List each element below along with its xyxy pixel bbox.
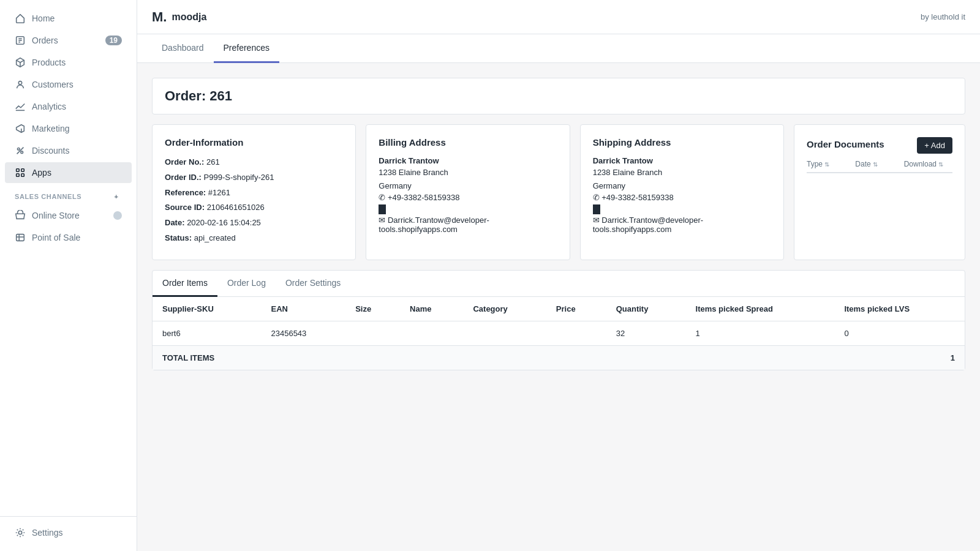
type-sort-icon: ⇅ bbox=[824, 161, 829, 168]
store-icon bbox=[15, 210, 26, 221]
col-ean: EAN bbox=[261, 297, 345, 321]
app-name: moodja bbox=[172, 12, 206, 23]
billing-country: Germany bbox=[379, 180, 557, 192]
info-cards-row: Order-Information Order No.: 261 Order I… bbox=[152, 124, 965, 260]
page-title: Order: 261 bbox=[165, 88, 952, 104]
svg-point-10 bbox=[18, 148, 20, 151]
shipping-email: ✉ Darrick.Trantow@developer-tools.shopif… bbox=[593, 216, 771, 234]
order-tabs-section: Order Items Order Log Order Settings Sup… bbox=[152, 270, 965, 370]
doc-col-download: Download ⇅ bbox=[904, 160, 950, 168]
sidebar-item-online-store[interactable]: Online Store bbox=[5, 205, 132, 226]
svg-rect-13 bbox=[17, 169, 20, 172]
home-icon bbox=[15, 13, 26, 24]
sidebar-item-settings[interactable]: Settings bbox=[5, 522, 132, 543]
logo-letter: M. bbox=[152, 9, 167, 25]
sidebar-item-apps[interactable]: Apps bbox=[5, 162, 132, 183]
orders-badge: 19 bbox=[105, 36, 122, 45]
subnav-dashboard[interactable]: Dashboard bbox=[152, 34, 214, 63]
col-price: Price bbox=[546, 297, 606, 321]
sidebar-item-point-of-sale[interactable]: Point of Sale bbox=[5, 227, 132, 248]
order-tabs: Order Items Order Log Order Settings bbox=[153, 271, 965, 297]
doc-col-type: Type ⇅ bbox=[807, 160, 853, 168]
shipping-address-card: Shipping Address Darrick Trantow 1238 El… bbox=[580, 124, 784, 260]
shipping-icon-block bbox=[593, 204, 771, 214]
billing-name: Darrick Trantow bbox=[379, 156, 557, 165]
billing-title: Billing Address bbox=[379, 137, 557, 148]
col-size: Size bbox=[345, 297, 400, 321]
sidebar-item-discounts[interactable]: Discounts bbox=[5, 140, 132, 161]
col-items-lvs: Items picked LVS bbox=[834, 297, 965, 321]
documents-title: Order Documents bbox=[807, 139, 884, 149]
settings-icon bbox=[15, 527, 26, 538]
svg-point-7 bbox=[18, 81, 21, 84]
orders-icon bbox=[15, 35, 26, 46]
subnav-preferences[interactable]: Preferences bbox=[214, 34, 279, 63]
online-store-badge bbox=[113, 211, 122, 220]
tab-order-log[interactable]: Order Log bbox=[217, 271, 276, 297]
page-header: Order: 261 bbox=[152, 78, 965, 114]
col-name: Name bbox=[400, 297, 463, 321]
marketing-icon bbox=[15, 123, 26, 134]
sidebar: Home Orders 19 Products Customers Analyt… bbox=[0, 0, 137, 551]
date-row: Date: 2020-02-16 15:04:25 bbox=[165, 217, 343, 230]
shipping-country: Germany bbox=[593, 180, 771, 192]
app-logo: M. moodja bbox=[152, 9, 206, 25]
svg-point-11 bbox=[21, 151, 23, 154]
billing-icon-block bbox=[379, 204, 557, 214]
content-area: Order: 261 Order-Information Order No.: … bbox=[137, 63, 980, 551]
date-sort-icon: ⇅ bbox=[873, 161, 878, 168]
billing-icon-square bbox=[379, 204, 386, 214]
sidebar-item-marketing[interactable]: Marketing bbox=[5, 118, 132, 139]
svg-line-6 bbox=[20, 60, 24, 62]
billing-phone: ✆ +49-3382-58159338 bbox=[379, 193, 557, 202]
main-content: M. moodja by leuthold it Dashboard Prefe… bbox=[137, 0, 980, 551]
billing-email: ✉ Darrick.Trantow@developer-tools.shopif… bbox=[379, 216, 557, 234]
col-quantity: Quantity bbox=[606, 297, 686, 321]
sidebar-item-analytics[interactable]: Analytics bbox=[5, 96, 132, 117]
billing-address-card: Billing Address Darrick Trantow 1238 Ela… bbox=[366, 124, 570, 260]
svg-line-5 bbox=[17, 60, 20, 62]
apps-icon bbox=[15, 167, 26, 178]
analytics-icon bbox=[15, 101, 26, 112]
discounts-icon bbox=[15, 145, 26, 156]
customers-icon bbox=[15, 79, 26, 90]
svg-rect-14 bbox=[21, 169, 24, 172]
topbar-by-text: by leuthold it bbox=[921, 12, 965, 21]
topbar: M. moodja by leuthold it bbox=[137, 0, 980, 34]
table-header-row: Supplier-SKU EAN Size Name Category Pric… bbox=[153, 297, 965, 321]
source-id-row: Source ID: 2106461651026 bbox=[165, 201, 343, 214]
col-category: Category bbox=[463, 297, 546, 321]
col-supplier-sku: Supplier-SKU bbox=[153, 297, 261, 321]
shipping-title: Shipping Address bbox=[593, 137, 771, 148]
products-icon bbox=[15, 57, 26, 68]
sidebar-item-products[interactable]: Products bbox=[5, 52, 132, 73]
sales-channels-label: SALES CHANNELS + bbox=[5, 184, 132, 204]
order-documents-card: Order Documents + Add Type ⇅ Date ⇅ Down… bbox=[794, 124, 965, 260]
order-no-row: Order No.: 261 bbox=[165, 156, 343, 169]
sidebar-item-home[interactable]: Home bbox=[5, 8, 132, 29]
status-row: Status: api_created bbox=[165, 232, 343, 245]
order-items-tbody: bert6234565433210 bbox=[153, 321, 965, 345]
svg-rect-17 bbox=[17, 234, 24, 241]
order-info-title: Order-Information bbox=[165, 137, 343, 148]
order-info-card: Order-Information Order No.: 261 Order I… bbox=[152, 124, 356, 260]
col-items-spread: Items picked Spread bbox=[686, 297, 835, 321]
table-row: bert6234565433210 bbox=[153, 321, 965, 345]
svg-rect-15 bbox=[17, 174, 20, 177]
shipping-address1: 1238 Elaine Branch bbox=[593, 167, 771, 179]
tab-order-settings[interactable]: Order Settings bbox=[276, 271, 350, 297]
add-document-button[interactable]: + Add bbox=[917, 137, 952, 154]
download-sort-icon: ⇅ bbox=[938, 161, 943, 168]
sidebar-item-customers[interactable]: Customers bbox=[5, 74, 132, 95]
order-id-row: Order ID.: P999-S-shopify-261 bbox=[165, 171, 343, 184]
shipping-icon-square bbox=[593, 204, 600, 214]
subnav: Dashboard Preferences bbox=[137, 34, 980, 63]
totals-row: TOTAL ITEMS 1 bbox=[153, 345, 965, 370]
svg-point-20 bbox=[18, 531, 21, 534]
totals-label: TOTAL ITEMS bbox=[162, 353, 214, 362]
add-sales-channel-button[interactable]: + bbox=[111, 191, 122, 202]
doc-col-date: Date ⇅ bbox=[855, 160, 901, 168]
sidebar-item-orders[interactable]: Orders 19 bbox=[5, 30, 132, 51]
tab-order-items[interactable]: Order Items bbox=[153, 271, 217, 297]
order-items-table: Supplier-SKU EAN Size Name Category Pric… bbox=[153, 297, 965, 345]
